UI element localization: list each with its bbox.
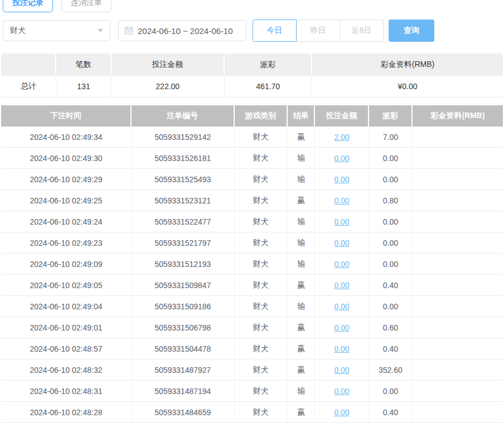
table-row: 2024-06-10 02:49:345059331529142财犬赢2.007… (1, 127, 503, 148)
cell-order-number: 5059331509847 (132, 275, 235, 296)
cell-payout: 0.00 (369, 296, 413, 317)
cell-result: 赢 (288, 190, 316, 211)
records-header-row: 下注时间注单编号游戏类别结果投注金额派彩彩金资料(RMB) (1, 105, 503, 127)
tab-betting-records[interactable]: 投注记录 (3, 0, 53, 12)
cell-bet-time: 2024-06-10 02:49:23 (1, 232, 132, 254)
cell-bet-amount: 0.00 (315, 359, 369, 381)
cell-bet-amount: 0.00 (315, 381, 369, 402)
cell-result: 赢 (288, 127, 316, 148)
quick-date-button-1[interactable]: 昨日 (296, 20, 340, 42)
summary-header-cell-0 (1, 54, 56, 76)
bet-amount-link[interactable]: 0.00 (334, 302, 349, 311)
bet-amount-link[interactable]: 0.00 (334, 260, 349, 269)
cell-bonus (413, 190, 503, 211)
cell-order-number: 5059331522477 (132, 211, 235, 232)
betting-records-page: 投注记录连消注单 财犬 2024-06-10 ~ 2024-06-10 今日昨日… (0, 0, 504, 423)
records-header-cell-4: 投注金额 (315, 105, 369, 127)
cell-order-number: 5059331504478 (132, 338, 235, 359)
cell-game-type: 财犬 (235, 275, 288, 296)
records-header-cell-3: 结果 (288, 105, 316, 127)
bet-amount-link[interactable]: 0.00 (334, 281, 349, 290)
cell-order-number: 5059331506798 (132, 317, 235, 338)
cell-result: 输 (288, 211, 316, 232)
cell-payout: 7.00 (369, 127, 413, 148)
bet-amount-link[interactable]: 0.00 (334, 175, 349, 184)
bet-amount-link[interactable]: 0.00 (334, 408, 349, 417)
cell-payout: 0.00 (369, 148, 413, 169)
cell-game-type: 财犬 (235, 254, 288, 275)
cell-bet-amount: 0.00 (315, 338, 369, 359)
game-type-select[interactable]: 财犬 (3, 20, 110, 41)
bet-amount-link[interactable]: 0.00 (334, 387, 349, 396)
cell-result: 输 (288, 169, 316, 190)
summary-bet-amount: 222.00 (112, 76, 225, 98)
summary-payout: 461.70 (225, 76, 313, 98)
summary-header-cell-4: 彩金资料(RMB) (312, 54, 503, 76)
cell-bonus (413, 148, 503, 169)
summary-row-label: 总计 (1, 76, 56, 98)
cell-payout: 0.40 (369, 338, 413, 359)
cell-game-type: 财犬 (235, 148, 288, 169)
summary-bonus: ¥0.00 (312, 76, 503, 98)
bet-amount-link[interactable]: 0.00 (334, 217, 349, 226)
table-row: 2024-06-10 02:49:055059331509847财犬赢0.000… (1, 275, 503, 296)
search-button[interactable]: 查询 (389, 20, 434, 42)
date-range-picker[interactable]: 2024-06-10 ~ 2024-06-10 (118, 20, 246, 41)
table-row: 2024-06-10 02:49:015059331506798财犬赢0.000… (1, 317, 503, 338)
game-type-select-value: 财犬 (10, 26, 26, 36)
table-row: 2024-06-10 02:49:255059331523121财犬赢0.000… (1, 190, 503, 211)
cell-bet-time: 2024-06-10 02:49:24 (1, 211, 132, 232)
cell-game-type: 财犬 (235, 359, 288, 381)
bet-amount-link[interactable]: 2.00 (334, 133, 349, 142)
cell-order-number: 5059331487194 (132, 381, 235, 402)
table-row: 2024-06-10 02:48:325059331487927财犬赢0.003… (1, 359, 503, 381)
cell-game-type: 财犬 (235, 296, 288, 317)
cell-payout: 0.80 (369, 190, 413, 211)
cell-bet-time: 2024-06-10 02:49:25 (1, 190, 132, 211)
bet-amount-link[interactable]: 0.00 (334, 366, 349, 375)
summary-total-row: 总计 131 222.00 461.70 ¥0.00 (1, 76, 503, 98)
cell-payout: 0.40 (369, 275, 413, 296)
bet-amount-link[interactable]: 0.00 (334, 154, 349, 163)
records-header-cell-2: 游戏类别 (235, 105, 288, 127)
quick-date-button-2[interactable]: 近8日 (340, 20, 384, 42)
records-header-cell-5: 派彩 (369, 105, 413, 127)
cell-game-type: 财犬 (235, 402, 288, 423)
cell-result: 输 (288, 232, 316, 254)
cell-payout: 0.00 (369, 254, 413, 275)
cell-order-number: 5059331525493 (132, 169, 235, 190)
summary-table: 笔数投注金额派彩彩金资料(RMB) 总计 131 222.00 461.70 ¥… (1, 54, 503, 98)
date-range-value: 2024-06-10 ~ 2024-06-10 (138, 26, 233, 36)
cell-order-number: 5059331529142 (132, 127, 235, 148)
cell-game-type: 财犬 (235, 317, 288, 338)
bet-amount-link[interactable]: 0.00 (334, 196, 349, 205)
records-header-cell-0: 下注时间 (1, 105, 132, 127)
chevron-down-icon (98, 29, 103, 32)
cell-bonus (413, 232, 503, 254)
cell-result: 赢 (288, 275, 316, 296)
quick-date-button-0[interactable]: 今日 (253, 20, 297, 42)
cell-result: 输 (288, 148, 316, 169)
bet-amount-link[interactable]: 0.00 (334, 344, 349, 353)
cell-result: 输 (288, 254, 316, 275)
quick-date-button-group: 今日昨日近8日 (253, 20, 384, 42)
bet-amount-link[interactable]: 0.00 (334, 323, 349, 332)
cell-bet-time: 2024-06-10 02:48:28 (1, 402, 132, 423)
cell-bet-amount: 0.00 (315, 402, 369, 423)
tab-cancelled-orders[interactable]: 连消注单 (61, 0, 112, 12)
cell-order-number: 5059331509186 (132, 296, 235, 317)
table-row: 2024-06-10 02:48:315059331487194财犬输0.000… (1, 381, 503, 402)
cell-bonus (413, 275, 503, 296)
cell-result: 输 (288, 381, 316, 402)
cell-game-type: 财犬 (235, 211, 288, 232)
cell-bet-amount: 0.00 (315, 190, 369, 211)
cell-result: 赢 (288, 338, 316, 359)
cell-bet-amount: 2.00 (315, 127, 369, 148)
cell-bet-time: 2024-06-10 02:49:30 (1, 148, 132, 169)
cell-order-number: 5059331523121 (132, 190, 235, 211)
cell-order-number: 5059331487927 (132, 359, 235, 381)
cell-bonus (413, 381, 503, 402)
cell-bet-amount: 0.00 (315, 317, 369, 338)
filter-bar: 财犬 2024-06-10 ~ 2024-06-10 今日昨日近8日 查询 (3, 20, 503, 42)
bet-amount-link[interactable]: 0.00 (334, 239, 349, 247)
